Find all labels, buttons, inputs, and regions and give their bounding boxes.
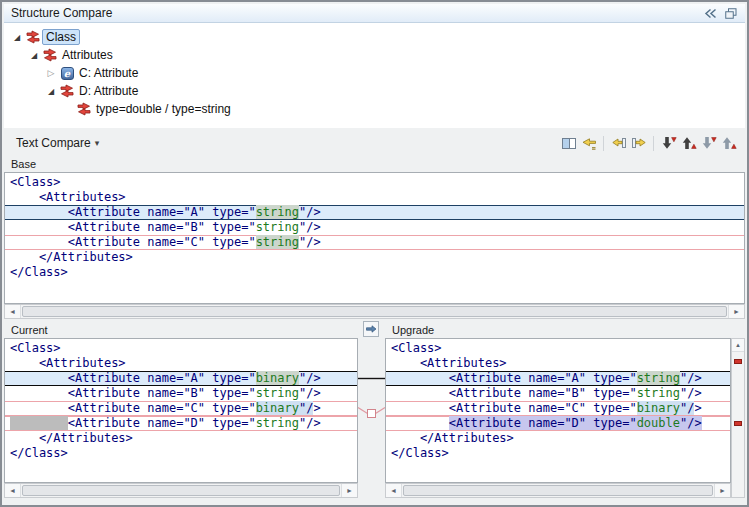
attribute-value-token: string <box>256 235 299 249</box>
copy-all-right-to-left-icon[interactable] <box>579 134 598 153</box>
code-text: "/> <box>299 235 321 249</box>
code-line[interactable]: <Attributes> <box>5 356 357 371</box>
scroll-right-button[interactable]: ► <box>341 484 357 497</box>
diff-overview-marker[interactable] <box>734 359 742 364</box>
tree-expander-icon[interactable]: ▷ <box>44 68 58 78</box>
code-line[interactable]: </Class> <box>5 446 357 461</box>
code-text: <Class> <box>391 341 442 355</box>
diff-connection-lines <box>358 338 385 483</box>
code-line[interactable]: </Attributes> <box>5 250 744 265</box>
code-line[interactable]: <Attributes> <box>5 190 744 205</box>
scroll-left-button[interactable]: ◄ <box>5 484 21 497</box>
scroll-left-button[interactable]: ◄ <box>5 305 21 318</box>
current-horizontal-scrollbar[interactable]: ◄ ► <box>4 483 358 498</box>
scroll-left-button[interactable]: ◄ <box>386 484 402 497</box>
attribute-value-token: double <box>637 416 680 430</box>
base-horizontal-scrollbar[interactable]: ◄ ► <box>4 304 745 319</box>
code-line[interactable]: <Class> <box>5 175 744 190</box>
base-code-area[interactable]: <Class> <Attributes> <Attribute name="A"… <box>4 172 745 304</box>
code-line[interactable]: <Attribute name="A" type="string"/> <box>5 205 744 220</box>
copy-change-right-to-left-icon[interactable] <box>609 134 628 153</box>
tree-expander-icon[interactable]: ◢ <box>10 33 24 42</box>
overview-ruler[interactable]: ▲ ▼ <box>731 338 745 498</box>
code-line[interactable]: </Attributes> <box>386 431 730 446</box>
code-text: "/> <box>680 371 702 385</box>
code-line[interactable]: <Attribute name="C" type="binary"/> <box>5 401 357 416</box>
code-text: </Attributes> <box>10 431 133 445</box>
restore-pane-icon[interactable] <box>724 7 738 20</box>
scroll-right-button[interactable]: ► <box>728 305 744 318</box>
code-text: </Class> <box>10 265 68 279</box>
code-line[interactable]: <Attribute name="B" type="string"/> <box>386 386 730 401</box>
code-line[interactable]: <Attribute name="C" type="binary"/> <box>386 401 730 416</box>
code-line[interactable]: <Class> <box>386 341 730 356</box>
code-line[interactable]: <Attribute name="A" type="string"/> <box>386 371 730 386</box>
chevron-down-icon[interactable]: ▾ <box>95 138 100 148</box>
tree-item[interactable]: ◢D: Attribute <box>4 82 745 100</box>
code-line[interactable]: <Attributes> <box>386 356 730 371</box>
code-line[interactable]: <Attribute name="D" type="string"/> <box>5 416 357 431</box>
scroll-up-button[interactable]: ▲ <box>732 339 744 352</box>
upgrade-code-area[interactable]: <Class> <Attributes> <Attribute name="A"… <box>385 338 731 483</box>
code-text: "/ <box>680 401 694 415</box>
scroll-track[interactable] <box>402 484 714 497</box>
code-line[interactable]: <Attribute name="B" type="string"/> <box>5 220 744 235</box>
code-text: <Attribute name="C" type=" <box>10 235 256 249</box>
collapse-all-icon[interactable] <box>703 7 717 20</box>
upgrade-horizontal-scrollbar[interactable]: ◄ ► <box>385 483 731 498</box>
tree-item[interactable]: ▷eC: Attribute <box>4 64 745 82</box>
element-icon: e <box>58 67 76 80</box>
code-text: "/> <box>299 371 321 385</box>
code-text: <Class> <box>10 175 61 189</box>
tree-expander-icon[interactable]: ◢ <box>44 87 58 96</box>
code-text: <Attributes> <box>10 190 126 204</box>
code-line[interactable]: <Attribute name="C" type="string"/> <box>5 235 744 250</box>
code-text: "/> <box>299 205 321 219</box>
code-text: </Class> <box>391 446 449 460</box>
scroll-thumb[interactable] <box>22 485 340 496</box>
tree-item-label: C: Attribute <box>76 65 141 81</box>
overview-ruler-track[interactable] <box>732 352 744 484</box>
scroll-track[interactable] <box>21 305 728 318</box>
upgrade-pane-label: Upgrade <box>385 321 731 338</box>
scroll-thumb[interactable] <box>403 485 713 496</box>
tree-item[interactable]: type=double / type=string <box>4 100 745 118</box>
text-compare-title[interactable]: Text Compare <box>16 136 91 150</box>
scroll-right-button[interactable]: ► <box>714 484 730 497</box>
code-line[interactable]: <Attribute name="B" type="string"/> <box>5 386 357 401</box>
tree-expander-icon[interactable]: ◢ <box>27 51 41 60</box>
merge-direction-icon[interactable] <box>363 321 379 337</box>
code-line[interactable]: </Class> <box>386 446 730 461</box>
copy-change-left-to-right-icon[interactable] <box>629 134 648 153</box>
attribute-value-token: binary <box>256 401 299 415</box>
two-pane-layout-icon[interactable] <box>559 134 578 153</box>
next-change-icon[interactable] <box>699 134 718 153</box>
attribute-value-token: string <box>256 220 299 234</box>
tree-item[interactable]: ◢Attributes <box>4 46 745 64</box>
base-pane: Base <Class> <Attributes> <Attribute nam… <box>4 155 745 319</box>
tree-item-label: Attributes <box>59 47 116 63</box>
code-text: <Attribute name="D" type=" <box>68 416 256 430</box>
code-text: "/> <box>680 386 702 400</box>
scroll-track[interactable] <box>21 484 341 497</box>
previous-difference-icon[interactable] <box>679 134 698 153</box>
conflict-icon <box>58 84 76 98</box>
tree-item[interactable]: ◢Class <box>4 28 745 46</box>
code-line[interactable]: <Class> <box>5 341 357 356</box>
code-line[interactable]: </Attributes> <box>5 431 357 446</box>
code-text: <Attributes> <box>10 356 126 370</box>
code-line[interactable]: <Attribute name="A" type="binary"/> <box>5 371 357 386</box>
diff-connector-region <box>358 321 385 498</box>
next-difference-icon[interactable] <box>659 134 678 153</box>
code-line[interactable]: </Class> <box>5 265 744 280</box>
structure-compare-title: Structure Compare <box>11 6 112 20</box>
current-code-area[interactable]: <Class> <Attributes> <Attribute name="A"… <box>4 338 358 483</box>
diff-overview-marker[interactable] <box>734 421 742 426</box>
previous-change-icon[interactable] <box>719 134 738 153</box>
attribute-value-token: string <box>256 205 299 219</box>
attribute-value-token: binary <box>256 371 299 385</box>
scroll-thumb[interactable] <box>22 306 727 317</box>
code-text: "/> <box>299 416 321 430</box>
current-pane: Current <Class> <Attributes> <Attribute … <box>4 321 358 498</box>
code-line[interactable]: <Attribute name="D" type="double"/> <box>386 416 730 431</box>
